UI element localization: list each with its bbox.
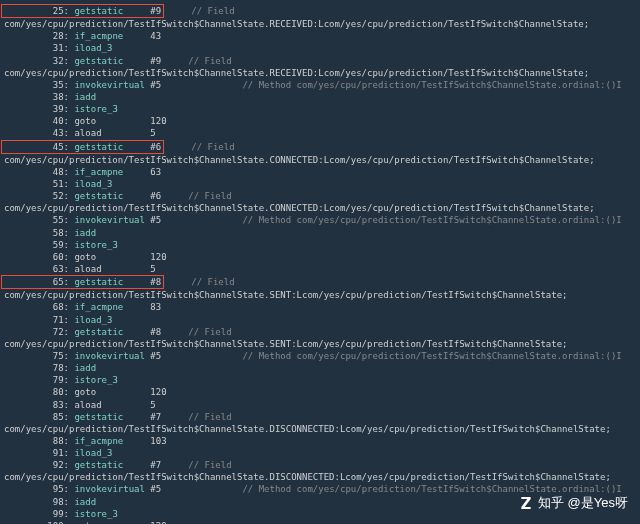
bytecode-line: 65: getstatic #8 // Field: [4, 275, 636, 289]
bytecode-line: 72: getstatic #8 // Field: [4, 326, 636, 338]
classpath-line: com/yes/cpu/prediction/TestIfSwitch$Chan…: [4, 289, 636, 301]
bytecode-line: 58: iadd: [4, 227, 636, 239]
bytecode-line: 43: aload 5: [4, 127, 636, 139]
bytecode-line: 88: if_acmpne 103: [4, 435, 636, 447]
bytecode-listing: 25: getstatic #9 // Fieldcom/yes/cpu/pre…: [4, 4, 636, 524]
bytecode-line: 35: invokevirtual #5 // Method com/yes/c…: [4, 79, 636, 91]
bytecode-line: 100: goto 120: [4, 520, 636, 524]
bytecode-line: 80: goto 120: [4, 386, 636, 398]
classpath-line: com/yes/cpu/prediction/TestIfSwitch$Chan…: [4, 423, 636, 435]
bytecode-line: 75: invokevirtual #5 // Method com/yes/c…: [4, 350, 636, 362]
bytecode-line: 28: if_acmpne 43: [4, 30, 636, 42]
bytecode-line: 83: aload 5: [4, 399, 636, 411]
bytecode-line: 92: getstatic #7 // Field: [4, 459, 636, 471]
bytecode-line: 39: istore_3: [4, 103, 636, 115]
bytecode-line: 63: aload 5: [4, 263, 636, 275]
bytecode-line: 71: iload_3: [4, 314, 636, 326]
bytecode-line: 48: if_acmpne 63: [4, 166, 636, 178]
classpath-line: com/yes/cpu/prediction/TestIfSwitch$Chan…: [4, 338, 636, 350]
bytecode-line: 85: getstatic #7 // Field: [4, 411, 636, 423]
bytecode-line: 45: getstatic #6 // Field: [4, 140, 636, 154]
bytecode-line: 51: iload_3: [4, 178, 636, 190]
classpath-line: com/yes/cpu/prediction/TestIfSwitch$Chan…: [4, 202, 636, 214]
zhihu-icon: [518, 495, 534, 511]
classpath-line: com/yes/cpu/prediction/TestIfSwitch$Chan…: [4, 67, 636, 79]
bytecode-line: 40: goto 120: [4, 115, 636, 127]
bytecode-line: 60: goto 120: [4, 251, 636, 263]
bytecode-line: 52: getstatic #6 // Field: [4, 190, 636, 202]
bytecode-line: 79: istore_3: [4, 374, 636, 386]
bytecode-line: 59: istore_3: [4, 239, 636, 251]
bytecode-line: 68: if_acmpne 83: [4, 301, 636, 313]
classpath-line: com/yes/cpu/prediction/TestIfSwitch$Chan…: [4, 471, 636, 483]
bytecode-line: 32: getstatic #9 // Field: [4, 55, 636, 67]
classpath-line: com/yes/cpu/prediction/TestIfSwitch$Chan…: [4, 154, 636, 166]
watermark: 知乎 @是Yes呀: [518, 494, 628, 512]
bytecode-line: 91: iload_3: [4, 447, 636, 459]
bytecode-line: 55: invokevirtual #5 // Method com/yes/c…: [4, 214, 636, 226]
bytecode-line: 25: getstatic #9 // Field: [4, 4, 636, 18]
bytecode-line: 78: iadd: [4, 362, 636, 374]
classpath-line: com/yes/cpu/prediction/TestIfSwitch$Chan…: [4, 18, 636, 30]
watermark-text: 知乎 @是Yes呀: [538, 494, 628, 512]
bytecode-line: 31: iload_3: [4, 42, 636, 54]
bytecode-line: 38: iadd: [4, 91, 636, 103]
